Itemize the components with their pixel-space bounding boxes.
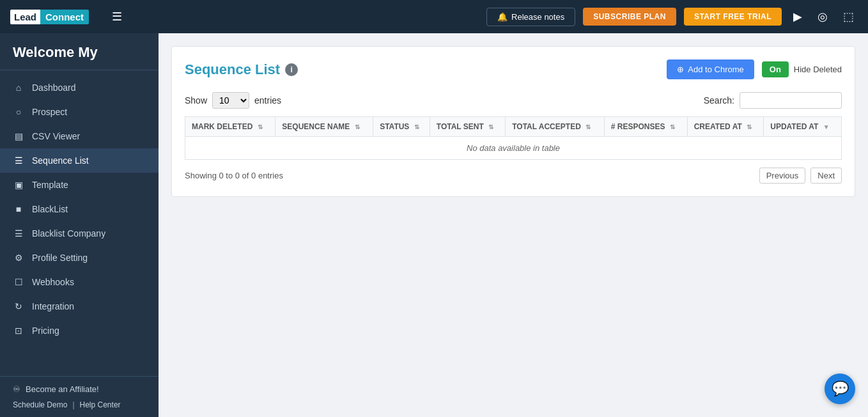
main-content: Sequence List i ⊕ Add to Chrome On Hide … [159, 33, 868, 417]
sidebar-item-template[interactable]: ▣ Template [0, 173, 159, 197]
bell-icon: 🔔 [497, 12, 508, 22]
col-mark-deleted-label: MARK DELETED [192, 122, 252, 131]
table-controls: Show 10 25 50 100 entries Search: [185, 92, 842, 109]
affiliate-icon: ♾ [13, 384, 20, 394]
col-total-sent-label: TOTAL SENT [437, 122, 484, 131]
col-responses[interactable]: # RESPONSES ⇅ [604, 117, 687, 137]
release-notes-button[interactable]: 🔔 Release notes [486, 8, 575, 26]
col-mark-deleted[interactable]: MARK DELETED ⇅ [185, 117, 275, 137]
prospect-icon: ○ [13, 107, 24, 117]
sidebar-item-dashboard[interactable]: ⌂ Dashboard [0, 75, 159, 100]
previous-button[interactable]: Previous [759, 168, 806, 184]
sort-icon: ⇅ [747, 123, 752, 130]
entries-select[interactable]: 10 25 50 100 [212, 92, 249, 109]
add-chrome-label: Add to Chrome [688, 65, 743, 74]
subscribe-plan-button[interactable]: SUBSCRIBE PLAN [583, 8, 676, 26]
search-group: Search: [704, 92, 842, 109]
sidebar-item-integration[interactable]: ↻ Integration [0, 294, 159, 319]
play-icon: ▶ [793, 10, 802, 23]
entries-label: entries [254, 95, 281, 106]
sidebar-item-sequence-list[interactable]: ☰ Sequence List [0, 148, 159, 173]
sidebar-item-label: Dashboard [32, 83, 76, 93]
col-status[interactable]: STATUS ⇅ [373, 117, 430, 137]
no-data-row: No data available in table [185, 137, 842, 160]
csv-icon: ▤ [13, 131, 24, 141]
card-title: Sequence List i [185, 61, 298, 78]
logout-icon: ⬚ [843, 10, 854, 23]
sidebar-footer: ♾ Become an Affiliate! Schedule Demo | H… [0, 376, 159, 417]
sidebar-item-pricing[interactable]: ⊡ Pricing [0, 319, 159, 343]
toggle-row: On Hide Deleted [762, 61, 842, 77]
sidebar-item-label: CSV Viewer [32, 131, 80, 141]
sidebar-item-profile-setting[interactable]: ⚙ Profile Setting [0, 246, 159, 270]
sort-icon: ▼ [823, 123, 830, 130]
toggle-button[interactable]: On [762, 61, 789, 77]
sidebar-item-label: BlackList [32, 204, 68, 214]
sidebar-item-label: Pricing [32, 326, 59, 336]
logo-lead: Lead [10, 10, 40, 24]
col-total-accepted[interactable]: TOTAL ACCEPTED ⇅ [506, 117, 604, 137]
showing-text: Showing 0 to 0 of 0 entries [185, 171, 283, 180]
welcome-text: Welcome My [13, 44, 98, 60]
pagination-buttons: Previous Next [759, 168, 842, 184]
page-title: Sequence List [185, 61, 280, 78]
sidebar-item-label: Webhooks [32, 277, 74, 287]
chrome-nav-icon: ◎ [818, 10, 828, 23]
logout-button[interactable]: ⬚ [839, 7, 858, 26]
sidebar-item-webhooks[interactable]: ☐ Webhooks [0, 270, 159, 294]
col-updated-at[interactable]: UPDATED AT ▼ [764, 117, 842, 137]
col-responses-label: # RESPONSES [611, 122, 665, 131]
affiliate-link[interactable]: ♾ Become an Affiliate! [13, 384, 146, 394]
sort-icon: ⇅ [488, 123, 493, 130]
col-total-sent[interactable]: TOTAL SENT ⇅ [430, 117, 505, 137]
start-free-trial-button[interactable]: START FREE TRIAL [684, 8, 782, 26]
sidebar-item-blacklist-company[interactable]: ☰ Blacklist Company [0, 221, 159, 246]
template-icon: ▣ [13, 180, 24, 190]
search-label: Search: [704, 95, 734, 106]
sequence-icon: ☰ [13, 155, 24, 166]
hamburger-icon: ☰ [112, 10, 122, 23]
next-button[interactable]: Next [810, 168, 842, 184]
col-created-at[interactable]: CREATED AT ⇅ [687, 117, 764, 137]
sort-icon: ⇅ [258, 123, 263, 130]
chat-bubble[interactable]: 💬 [825, 374, 855, 404]
no-data-cell: No data available in table [185, 137, 842, 160]
col-status-label: STATUS [380, 122, 409, 131]
sidebar-item-prospect[interactable]: ○ Prospect [0, 100, 159, 124]
hide-deleted-label: Hide Deleted [794, 65, 842, 74]
chrome-add-icon: ⊕ [677, 65, 684, 74]
sidebar-item-label: Sequence List [32, 155, 89, 166]
table-body: No data available in table [185, 137, 842, 160]
col-sequence-name-label: SEQUENCE NAME [282, 122, 350, 131]
blacklist-icon: ■ [13, 204, 24, 214]
release-notes-label: Release notes [511, 12, 564, 22]
info-icon: i [285, 63, 298, 76]
schedule-demo-link[interactable]: Schedule Demo [13, 400, 67, 409]
logo-connect: Connect [40, 10, 89, 24]
sidebar-item-label: Profile Setting [32, 253, 88, 263]
play-icon-button[interactable]: ▶ [789, 7, 806, 26]
add-to-chrome-button[interactable]: ⊕ Add to Chrome [667, 59, 754, 79]
footer-divider: | [72, 400, 74, 409]
hamburger-button[interactable]: ☰ [107, 7, 127, 26]
search-input[interactable] [740, 92, 842, 109]
col-sequence-name[interactable]: SEQUENCE NAME ⇅ [275, 117, 373, 137]
card-header: Sequence List i ⊕ Add to Chrome On Hide … [185, 59, 842, 79]
sidebar-item-blacklist[interactable]: ■ BlackList [0, 197, 159, 221]
table-header-row: MARK DELETED ⇅ SEQUENCE NAME ⇅ STATUS ⇅ [185, 117, 842, 137]
dashboard-icon: ⌂ [13, 83, 24, 93]
blacklist-company-icon: ☰ [13, 228, 24, 239]
col-updated-at-label: UPDATED AT [770, 122, 818, 131]
sidebar-item-csv-viewer[interactable]: ▤ CSV Viewer [0, 124, 159, 148]
sort-icon: ⇅ [670, 123, 675, 130]
sidebar-nav: ⌂ Dashboard ○ Prospect ▤ CSV Viewer ☰ Se… [0, 70, 159, 376]
chrome-icon-button[interactable]: ◎ [814, 7, 832, 26]
header-actions: ⊕ Add to Chrome On Hide Deleted [667, 59, 842, 79]
show-entries: Show 10 25 50 100 entries [185, 92, 281, 109]
sidebar-item-label: Blacklist Company [32, 228, 105, 239]
sidebar-item-label: Template [32, 180, 68, 190]
col-total-accepted-label: TOTAL ACCEPTED [512, 122, 581, 131]
footer-links: Schedule Demo | Help Center [13, 400, 146, 409]
help-center-link[interactable]: Help Center [80, 400, 121, 409]
logo[interactable]: Lead Connect [10, 10, 89, 24]
